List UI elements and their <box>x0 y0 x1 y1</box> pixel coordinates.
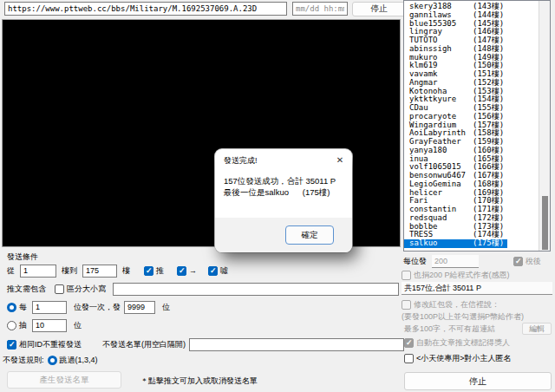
every-radio[interactable] <box>7 303 16 312</box>
dialog-footer: 確定 <box>215 218 352 252</box>
list-item-floor: (167樓) <box>473 171 504 180</box>
list-item-floor: (150樓) <box>473 61 504 69</box>
list-item-floor: (158樓) <box>473 128 504 137</box>
dialog-message: 157位發送成功，合計 35011 P 最後一位是salkuo (175樓) <box>224 175 345 198</box>
list-item-floor: (154樓) <box>473 95 504 103</box>
list-item-floor: (157樓) <box>473 121 504 129</box>
autotag-checkbox[interactable] <box>404 338 414 348</box>
floor-list: skery3188(143樓)gannilaws(144樓)blue155305… <box>404 3 539 248</box>
angel-row: <小天使專用>對小主人匿名 <box>404 353 512 364</box>
datetime-input[interactable] <box>292 2 348 16</box>
envelope-row: 修改紅包袋，在信裡說： <box>402 299 500 310</box>
envelope-checkbox[interactable] <box>402 300 411 310</box>
list-item-floor: (155樓) <box>473 103 504 112</box>
contain-text-input[interactable] <box>113 283 399 296</box>
contain-label: 推文需包含 <box>7 284 46 295</box>
stop-button-bottom[interactable]: 停止 <box>404 372 552 390</box>
list-item-floor: (171樓) <box>473 205 504 213</box>
close-icon[interactable]: ✕ <box>333 153 347 167</box>
draw-radio[interactable] <box>7 321 16 330</box>
arrow-checkbox[interactable] <box>177 266 186 276</box>
envelope-note1: (要發100P以上並勾選捐P幣給作者) <box>402 311 524 323</box>
every-mid-label: 位發一次，發 <box>74 302 121 313</box>
send-complete-dialog: 發送完成! ✕ 157位發送成功，合計 35011 P 最後一位是salkuo … <box>215 149 352 252</box>
every-n-input[interactable] <box>32 301 67 314</box>
list-item[interactable]: salkuo(175樓) <box>404 239 507 248</box>
list-item-floor: (144樓) <box>473 10 504 19</box>
ok-button[interactable]: 確定 <box>285 225 334 245</box>
list-scrollbar[interactable] <box>539 1 550 251</box>
angel-checkbox[interactable] <box>404 354 414 363</box>
donate-checkbox[interactable] <box>402 271 411 280</box>
list-item-floor: (147樓) <box>473 36 504 44</box>
every-count-input[interactable] <box>124 301 155 314</box>
rule-row: 不發送規則: 跳過(1,3,4) <box>3 354 98 366</box>
to-floor-input[interactable] <box>82 265 117 278</box>
autotag-label: 自動在文章推文標記得獎人 <box>416 337 510 349</box>
angel-label: <小天使專用>對小主人匿名 <box>416 353 512 364</box>
floor-listbox[interactable]: skery3188(143樓)gannilaws(144樓)blue155305… <box>403 0 551 252</box>
draw-n-input[interactable] <box>32 319 67 332</box>
floor-unit-label: 樓 <box>122 265 130 277</box>
from-floor-input[interactable] <box>20 265 56 278</box>
every-unit-label: 位 <box>162 302 170 313</box>
from-label: 從 <box>7 265 15 277</box>
case-sensitive-checkbox[interactable] <box>55 284 64 294</box>
draw-row: 抽 位 <box>7 318 82 332</box>
list-item-floor: (170樓) <box>473 196 504 205</box>
list-item-floor: (156樓) <box>473 112 504 121</box>
list-item-username: salkuo <box>409 239 473 248</box>
list-item-floor: (169樓) <box>473 188 504 197</box>
boo-label: 噓 <box>220 265 228 277</box>
autotag-row: 自動在文章推文標記得獎人 <box>404 337 510 349</box>
boo-checkbox[interactable] <box>208 266 218 276</box>
to-label: 樓到 <box>62 265 77 277</box>
envelope-label: 修改紅包袋，在信裡說： <box>414 299 500 310</box>
floor-range-row: 從 樓到 樓 推 → 噓 <box>7 264 228 278</box>
list-item-floor: (173樓) <box>473 222 504 231</box>
total-field: 共157位,合計 35011 P <box>402 282 552 295</box>
list-item-floor: (145樓) <box>473 19 504 28</box>
push-label: 推 <box>156 265 164 277</box>
dialog-line2: 最後一位是salkuo (175樓) <box>224 187 330 197</box>
list-item-floor: (168樓) <box>473 180 504 188</box>
contain-row: 推文需包含 區分大小寫 <box>7 282 399 296</box>
conditions-group-label: 發送條件 <box>7 252 38 263</box>
list-item-floor: (143樓) <box>473 2 504 10</box>
every-label: 每 <box>19 302 27 313</box>
generate-list-button[interactable]: 產生發送名單 <box>7 371 121 389</box>
list-item-floor: (160樓) <box>473 146 504 154</box>
list-item-floor: (174樓) <box>473 230 504 238</box>
envelope-note2-row: 最多100字，不可有超連結 編輯 <box>404 323 552 335</box>
arrow-label: → <box>189 266 197 275</box>
url-input[interactable] <box>4 2 287 16</box>
after-tax-checkbox[interactable] <box>513 257 523 266</box>
list-item-floor: (159樓) <box>473 137 504 146</box>
skip-rule-radio[interactable] <box>48 356 57 365</box>
dialog-title: 發送完成! <box>224 155 258 167</box>
unique-id-checkbox[interactable] <box>7 340 16 350</box>
per-amount-row: 每位發 200 稅後 <box>403 254 551 268</box>
after-tax-label: 稅後 <box>526 256 541 267</box>
list-item-floor: (151樓) <box>473 69 504 78</box>
list-item-floor: (172樓) <box>473 213 504 222</box>
list-item-floor: (149樓) <box>473 53 504 62</box>
draw-label: 抽 <box>19 320 27 331</box>
every-row: 每 位發一次，發 位 <box>7 300 170 314</box>
per-amount-field[interactable]: 200 <box>432 255 479 268</box>
case-sensitive-label: 區分大小寫 <box>67 284 106 295</box>
list-item-floor: (165樓) <box>473 154 504 163</box>
exclude-row: 相同ID不重複發送 不發送名單(用空白隔開) <box>7 337 404 351</box>
click-hint-label: ＊點擊推文可加入或取消發送名單 <box>140 376 258 387</box>
stop-button-top[interactable]: 停止 <box>352 2 406 16</box>
list-item-floor: (146樓) <box>473 27 504 36</box>
push-checkbox[interactable] <box>144 266 153 276</box>
envelope-note2: 最多100字，不可有超連結 <box>404 323 495 335</box>
list-item-floor: (148樓) <box>473 44 504 53</box>
scrollbar-thumb[interactable] <box>542 196 548 250</box>
skip-rule-label: 跳過(1,3,4) <box>60 355 98 366</box>
edit-button[interactable]: 編輯 <box>522 323 552 335</box>
list-item-floor: (153樓) <box>473 87 504 95</box>
exclude-list-input[interactable] <box>189 338 404 351</box>
list-item-floor: (152樓) <box>473 78 504 87</box>
